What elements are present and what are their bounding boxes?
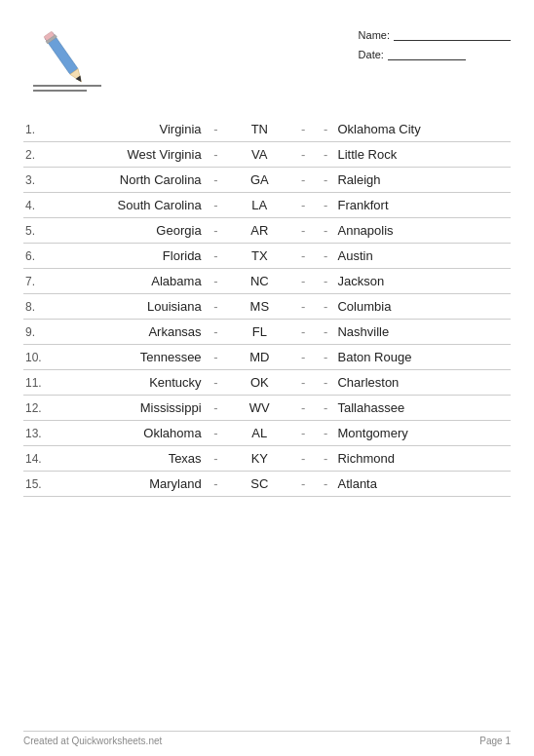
- state-abbreviation: TX: [228, 244, 290, 269]
- state-abbreviation: SC: [228, 472, 290, 497]
- dash-separator-2: -: [290, 294, 316, 320]
- logo-icon: [23, 19, 111, 97]
- name-underline: [394, 29, 511, 41]
- row-number: 4.: [23, 193, 54, 218]
- row-number: 11.: [23, 370, 54, 396]
- dash-separator-1: -: [204, 396, 229, 421]
- state-abbreviation: AL: [228, 421, 290, 446]
- state-name: Oklahoma: [54, 421, 204, 446]
- table-row: 3. North Carolina - GA - - Raleigh: [23, 168, 511, 193]
- state-name: Texas: [54, 446, 204, 472]
- dot-separator: -: [316, 269, 336, 294]
- dash-separator-1: -: [204, 193, 229, 218]
- row-number: 12.: [23, 396, 54, 421]
- dash-separator-1: -: [204, 294, 229, 320]
- date-label: Date:: [359, 49, 384, 60]
- row-number: 14.: [23, 446, 54, 472]
- state-abbreviation: TN: [228, 117, 290, 142]
- capital-city: Annapolis: [335, 218, 511, 244]
- capital-city: Baton Rouge: [335, 345, 511, 370]
- table-row: 7. Alabama - NC - - Jackson: [23, 269, 511, 294]
- state-abbreviation: FL: [228, 320, 290, 345]
- footer: Created at Quickworksheets.net Page 1: [23, 731, 511, 746]
- table-row: 9. Arkansas - FL - - Nashville: [23, 320, 511, 345]
- row-number: 9.: [23, 320, 54, 345]
- state-abbreviation: GA: [228, 168, 290, 193]
- dash-separator-2: -: [290, 269, 316, 294]
- state-name: Georgia: [54, 218, 204, 244]
- state-name: Maryland: [54, 472, 204, 497]
- table-row: 13. Oklahoma - AL - - Montgomery: [23, 421, 511, 446]
- page: Name: Date: 1. Virginia - TN - - Oklahom…: [0, 0, 534, 756]
- capital-city: Austin: [335, 244, 511, 269]
- name-label: Name:: [359, 29, 390, 41]
- capital-city: Montgomery: [335, 421, 511, 446]
- state-name: North Carolina: [54, 168, 204, 193]
- dot-separator: -: [316, 472, 336, 497]
- table-row: 10. Tennessee - MD - - Baton Rouge: [23, 345, 511, 370]
- dash-separator-2: -: [290, 244, 316, 269]
- state-abbreviation: VA: [228, 142, 290, 168]
- dash-separator-1: -: [204, 345, 229, 370]
- dot-separator: -: [316, 117, 336, 142]
- state-name: Arkansas: [54, 320, 204, 345]
- table-row: 1. Virginia - TN - - Oklahoma City: [23, 117, 511, 142]
- dash-separator-2: -: [290, 168, 316, 193]
- dash-separator-1: -: [204, 244, 229, 269]
- capital-city: Nashville: [335, 320, 511, 345]
- state-abbreviation: OK: [228, 370, 290, 396]
- dash-separator-2: -: [290, 396, 316, 421]
- date-line: Date:: [359, 49, 511, 60]
- dot-separator: -: [316, 421, 336, 446]
- name-line: Name:: [359, 29, 511, 41]
- logo-area: [23, 19, 111, 97]
- dash-separator-1: -: [204, 421, 229, 446]
- dash-separator-1: -: [204, 142, 229, 168]
- dash-separator-1: -: [204, 117, 229, 142]
- state-name: Louisiana: [54, 294, 204, 320]
- dash-separator-2: -: [290, 320, 316, 345]
- dash-separator-1: -: [204, 218, 229, 244]
- row-number: 7.: [23, 269, 54, 294]
- dash-separator-1: -: [204, 269, 229, 294]
- dash-separator-2: -: [290, 193, 316, 218]
- capital-city: Charleston: [335, 370, 511, 396]
- footer-credit: Created at Quickworksheets.net: [23, 736, 162, 746]
- dot-separator: -: [316, 345, 336, 370]
- table-row: 5. Georgia - AR - - Annapolis: [23, 218, 511, 244]
- state-name: West Virginia: [54, 142, 204, 168]
- capital-city: Frankfort: [335, 193, 511, 218]
- dash-separator-2: -: [290, 142, 316, 168]
- state-name: Mississippi: [54, 396, 204, 421]
- state-abbreviation: MD: [228, 345, 290, 370]
- dot-separator: -: [316, 142, 336, 168]
- matching-table: 1. Virginia - TN - - Oklahoma City 2. We…: [23, 117, 511, 497]
- capital-city: Jackson: [335, 269, 511, 294]
- row-number: 3.: [23, 168, 54, 193]
- dot-separator: -: [316, 370, 336, 396]
- dot-separator: -: [316, 294, 336, 320]
- dash-separator-2: -: [290, 421, 316, 446]
- state-name: South Carolina: [54, 193, 204, 218]
- dash-separator-2: -: [290, 370, 316, 396]
- row-number: 5.: [23, 218, 54, 244]
- capital-city: Tallahassee: [335, 396, 511, 421]
- dash-separator-1: -: [204, 370, 229, 396]
- table-row: 6. Florida - TX - - Austin: [23, 244, 511, 269]
- table-row: 15. Maryland - SC - - Atlanta: [23, 472, 511, 497]
- state-abbreviation: KY: [228, 446, 290, 472]
- row-number: 6.: [23, 244, 54, 269]
- capital-city: Raleigh: [335, 168, 511, 193]
- state-abbreviation: WV: [228, 396, 290, 421]
- table-row: 12. Mississippi - WV - - Tallahassee: [23, 396, 511, 421]
- dot-separator: -: [316, 320, 336, 345]
- footer-page: Page 1: [479, 736, 511, 746]
- capital-city: Columbia: [335, 294, 511, 320]
- row-number: 8.: [23, 294, 54, 320]
- dash-separator-1: -: [204, 472, 229, 497]
- dot-separator: -: [316, 244, 336, 269]
- row-number: 10.: [23, 345, 54, 370]
- state-abbreviation: MS: [228, 294, 290, 320]
- state-name: Florida: [54, 244, 204, 269]
- dash-separator-2: -: [290, 117, 316, 142]
